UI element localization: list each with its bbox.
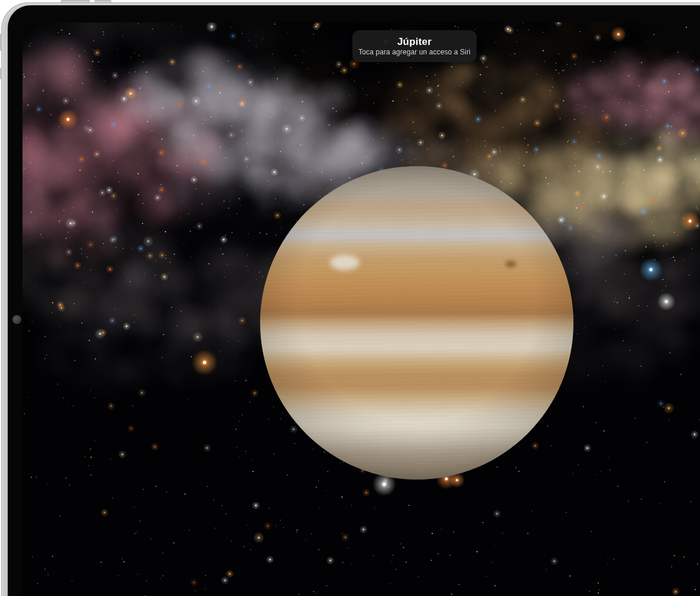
device-screen: Júpiter Toca para agregar un acceso a Si… <box>22 22 700 596</box>
page-background: Júpiter Toca para agregar un acceso a Si… <box>0 0 700 596</box>
front-camera-icon <box>12 315 21 324</box>
banner-subtitle: Toca para agregar un acceso a Siri <box>358 48 471 56</box>
siri-suggestion-banner[interactable]: Júpiter Toca para agregar un acceso a Si… <box>352 30 477 62</box>
jupiter-limb-shading <box>260 166 573 480</box>
jupiter-planet[interactable] <box>260 166 573 480</box>
banner-title: Júpiter <box>397 37 432 47</box>
